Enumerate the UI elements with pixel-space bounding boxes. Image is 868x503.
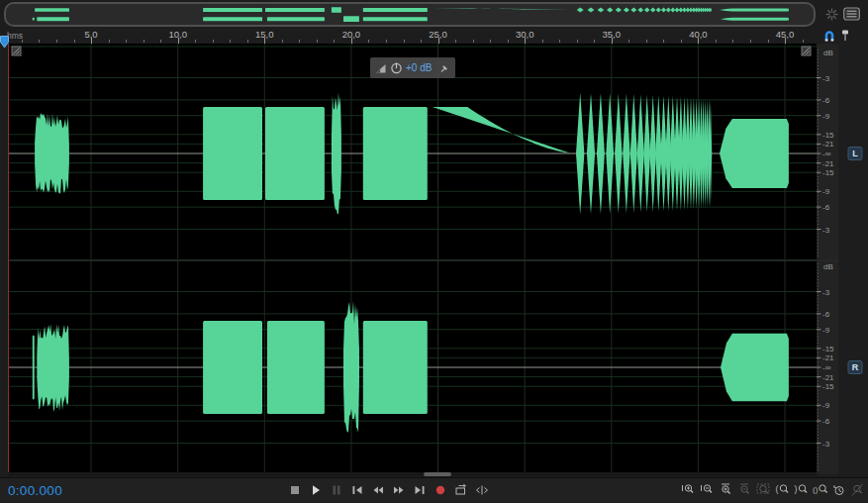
audio-editor-window: hms 5,010,015,020,025,030,035,040,045,0 … <box>0 0 868 503</box>
svg-text:-21: -21 <box>822 373 834 382</box>
svg-text:-3: -3 <box>822 440 830 449</box>
hud-gain-panel[interactable]: +0 dB <box>370 57 455 78</box>
zoom-to-selection-button[interactable]: () <box>813 482 828 498</box>
rewind-button[interactable] <box>370 482 386 498</box>
svg-text:-15: -15 <box>822 168 834 177</box>
overview-waveform[interactable] <box>6 4 814 25</box>
waveform-display[interactable]: dB-3-3-6-6-9-9-15-15-21-21-∞dB-3-3-6-6-9… <box>0 44 868 474</box>
skip-selection-button[interactable] <box>474 482 490 498</box>
stop-button[interactable] <box>287 482 303 498</box>
status-bar: 0:00.000 ()() <box>0 477 868 503</box>
svg-text:-∞: -∞ <box>822 150 831 158</box>
svg-text:-6: -6 <box>822 417 830 426</box>
skip-to-start-button[interactable] <box>349 482 365 498</box>
svg-text:-15: -15 <box>822 382 834 391</box>
zoom-in-time-button[interactable] <box>681 482 697 498</box>
svg-text:-6: -6 <box>822 96 830 105</box>
svg-text:-21: -21 <box>822 159 834 168</box>
svg-text:-6: -6 <box>822 203 830 212</box>
zoom-in-amplitude-button[interactable] <box>719 482 734 498</box>
scrollbar-handle[interactable] <box>424 472 451 476</box>
zoom-reset-button[interactable] <box>831 482 847 498</box>
timeline-ticks: 5,010,015,020,025,030,035,040,045,0 <box>0 28 820 44</box>
snap-magnet-icon[interactable] <box>822 29 836 43</box>
playhead-marker[interactable] <box>0 36 10 49</box>
svg-text:-3: -3 <box>822 74 830 83</box>
zoom-selection-button[interactable] <box>756 482 772 498</box>
zoom-full-button[interactable] <box>850 482 866 498</box>
svg-text:): ) <box>795 484 798 494</box>
panel-menu-icon[interactable] <box>843 7 860 21</box>
timeline-ruler[interactable]: hms 5,010,015,020,025,030,035,040,045,0 <box>0 28 868 44</box>
fast-forward-button[interactable] <box>391 482 407 498</box>
svg-text:-∞: -∞ <box>822 363 831 372</box>
svg-text:-15: -15 <box>822 131 834 140</box>
knob-icon[interactable] <box>390 61 403 74</box>
record-button[interactable] <box>433 482 448 498</box>
svg-text:-9: -9 <box>822 401 830 410</box>
overview-navigator[interactable] <box>4 2 816 27</box>
svg-text:-21: -21 <box>822 140 834 149</box>
fader-icon <box>375 62 387 74</box>
svg-text:R: R <box>852 362 859 372</box>
transport-controls <box>287 482 490 498</box>
svg-text:-9: -9 <box>822 112 830 121</box>
zoom-out-amplitude-button[interactable] <box>737 482 753 498</box>
svg-text:dB: dB <box>823 49 833 57</box>
pause-button[interactable] <box>329 482 344 498</box>
svg-text:(: ( <box>776 484 779 494</box>
svg-text:-9: -9 <box>822 326 830 335</box>
zoom-out-point-button[interactable]: ) <box>794 482 810 498</box>
svg-text:-3: -3 <box>822 226 830 235</box>
svg-text:-6: -6 <box>822 310 830 319</box>
time-display: 0:00.000 <box>8 483 62 498</box>
svg-text:dB: dB <box>823 262 833 271</box>
marker-pin-icon[interactable] <box>840 29 850 43</box>
zoom-in-point-button[interactable]: ( <box>775 482 791 498</box>
svg-text:-9: -9 <box>822 187 830 196</box>
svg-text:(): () <box>813 485 819 494</box>
skip-to-end-button[interactable] <box>412 482 428 498</box>
svg-text:-3: -3 <box>822 288 830 297</box>
horizontal-scrollbar[interactable] <box>8 472 817 476</box>
hud-pin-icon[interactable] <box>439 62 450 73</box>
settings-icon[interactable] <box>825 8 838 21</box>
svg-text:L: L <box>852 149 858 158</box>
zoom-out-time-button[interactable] <box>700 482 716 498</box>
svg-text:-15: -15 <box>822 345 834 353</box>
zoom-controls: ()() <box>681 482 866 498</box>
play-button[interactable] <box>308 482 324 498</box>
hud-gain-value[interactable]: +0 dB <box>406 62 432 73</box>
loop-playback-button[interactable] <box>453 482 469 498</box>
svg-text:-21: -21 <box>822 353 834 362</box>
